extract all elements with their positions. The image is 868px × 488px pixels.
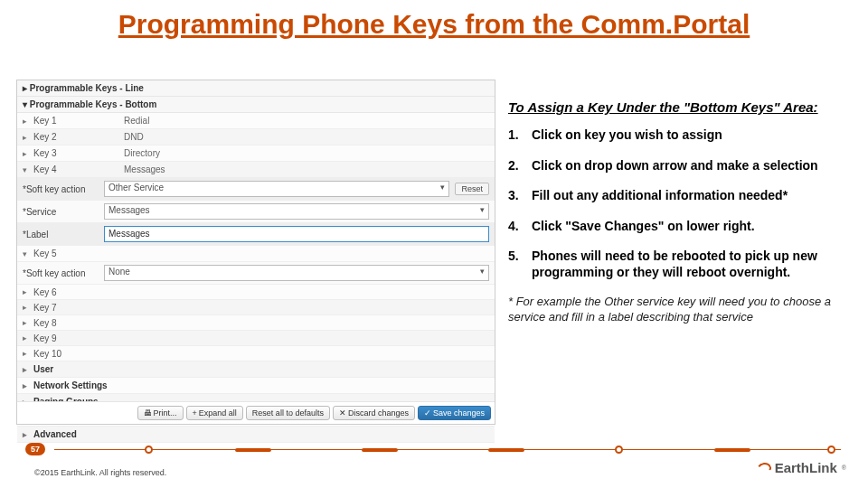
reset-button[interactable]: Reset bbox=[455, 183, 489, 195]
discard-changes-button[interactable]: ✕Discard changes bbox=[333, 406, 415, 420]
chevron-right-icon: ▸ bbox=[23, 149, 33, 158]
key5-row[interactable]: ▾Key 5 bbox=[17, 246, 495, 262]
step-text: Phones will need to be rebooted to pick … bbox=[532, 249, 852, 280]
chevron-right-icon: ▸ bbox=[23, 333, 33, 343]
plus-icon: + bbox=[193, 408, 197, 418]
chevron-right-icon: ▸ bbox=[23, 287, 33, 296]
select-value: Other Service bbox=[108, 183, 164, 192]
timeline-bar bbox=[714, 448, 750, 452]
footer-section[interactable]: ▸Advanced bbox=[17, 427, 495, 443]
close-icon: ✕ bbox=[339, 408, 346, 418]
logo-text: EarthLink bbox=[775, 460, 837, 475]
service-row: *Service Messages bbox=[17, 201, 495, 223]
btn-label: Reset all to defaults bbox=[252, 408, 324, 418]
label-input[interactable]: Messages bbox=[104, 226, 489, 242]
slide-title: Programming Phone Keys from the Comm.Por… bbox=[0, 9, 868, 40]
expand-all-button[interactable]: +Expand all bbox=[186, 406, 243, 420]
label-row: *Label Messages bbox=[17, 223, 495, 246]
instruction-step: 2.Click on drop down arrow and make a se… bbox=[508, 158, 852, 174]
key-label: Key 1 bbox=[33, 116, 124, 126]
chevron-down-icon: ▾ bbox=[23, 249, 33, 258]
instructions-panel: To Assign a Key Under the "Bottom Keys" … bbox=[508, 99, 852, 325]
key-row[interactable]: ▸Key 2DND bbox=[17, 129, 495, 145]
key-label: Key 10 bbox=[33, 349, 124, 359]
check-icon: ✓ bbox=[424, 408, 431, 418]
step-text: Click on drop down arrow and make a sele… bbox=[532, 158, 852, 174]
step-number: 5. bbox=[508, 249, 532, 280]
print-icon: 🖶 bbox=[144, 408, 152, 418]
timeline-bar bbox=[488, 448, 524, 452]
timeline-bar bbox=[235, 448, 271, 452]
step-number: 1. bbox=[508, 127, 532, 144]
step-number: 3. bbox=[508, 188, 532, 204]
key5-softkey-select[interactable]: None bbox=[104, 265, 489, 281]
key-label: Key 4 bbox=[33, 164, 124, 174]
key-row[interactable]: ▸Key 3Directory bbox=[17, 145, 495, 162]
step-number: 4. bbox=[508, 219, 532, 235]
section-bottom-label: Programmable Keys - Bottom bbox=[30, 99, 157, 109]
chevron-right-icon: ▸ bbox=[23, 318, 33, 327]
copyright-text: ©2015 EarthLink. All rights reserved. bbox=[34, 468, 166, 477]
btn-label: Print... bbox=[154, 408, 177, 418]
section-line[interactable]: ▸ Programmable Keys - Line bbox=[17, 80, 495, 97]
instructions-footnote: * For example the Other service key will… bbox=[508, 295, 852, 325]
step-text: Fill out any additional information need… bbox=[532, 188, 852, 204]
step-text: Click on key you wish to assign bbox=[532, 127, 852, 144]
reset-defaults-button[interactable]: Reset all to defaults bbox=[246, 406, 330, 420]
instructions-heading: To Assign a Key Under the "Bottom Keys" … bbox=[508, 99, 852, 115]
key-value: Directory bbox=[124, 148, 489, 158]
select-value: Messages bbox=[108, 205, 150, 215]
footer-section[interactable]: ▸Network Settings bbox=[17, 378, 495, 394]
chevron-right-icon: ▸ bbox=[23, 303, 33, 312]
key-row[interactable]: ▸Key 1Redial bbox=[17, 113, 495, 129]
key-label: Key 6 bbox=[33, 287, 124, 297]
earthlink-logo: EarthLink ® bbox=[757, 460, 846, 475]
footer-dots bbox=[54, 445, 841, 455]
field-label: *Label bbox=[23, 230, 104, 239]
page-number-badge: 57 bbox=[25, 443, 45, 455]
chevron-right-icon: ▸ bbox=[23, 133, 33, 142]
step-number: 2. bbox=[508, 158, 532, 174]
footer-section[interactable]: ▸User bbox=[17, 361, 495, 378]
print-button[interactable]: 🖶Print... bbox=[137, 406, 184, 420]
key-label: Key 5 bbox=[33, 249, 124, 258]
field-label: *Soft key action bbox=[23, 184, 104, 194]
commportal-screenshot: ▸ Programmable Keys - Line ▾ Programmabl… bbox=[16, 80, 495, 425]
section-line-label: Programmable Keys - Line bbox=[30, 83, 144, 93]
btn-label: Discard changes bbox=[348, 408, 409, 418]
timeline-dot bbox=[827, 446, 835, 454]
key-row[interactable]: ▸Key 6 bbox=[17, 285, 495, 300]
softkey-action-row: *Soft key action Other Service Reset bbox=[17, 178, 495, 201]
section-bottom[interactable]: ▾ Programmable Keys - Bottom bbox=[17, 97, 495, 113]
key-row[interactable]: ▸Key 10 bbox=[17, 346, 495, 361]
logo-trademark: ® bbox=[842, 465, 846, 471]
key-row[interactable]: ▸Key 9 bbox=[17, 331, 495, 346]
btn-label: Save changes bbox=[433, 408, 485, 418]
instructions-list: 1.Click on key you wish to assign 2.Clic… bbox=[508, 127, 852, 280]
key-value: Messages bbox=[124, 164, 489, 174]
save-changes-button[interactable]: ✓Save changes bbox=[418, 406, 491, 420]
chevron-right-icon: ▸ bbox=[23, 83, 27, 93]
chevron-right-icon: ▸ bbox=[23, 381, 33, 390]
logo-swirl-icon bbox=[755, 461, 772, 475]
instruction-step: 5.Phones will need to be rebooted to pic… bbox=[508, 249, 852, 280]
select-value: None bbox=[108, 267, 130, 277]
btn-label: Expand all bbox=[199, 408, 237, 418]
key-value: DND bbox=[124, 132, 489, 142]
instruction-step: 3.Fill out any additional information ne… bbox=[508, 188, 852, 204]
service-select[interactable]: Messages bbox=[104, 203, 489, 220]
instruction-step: 1.Click on key you wish to assign bbox=[508, 127, 852, 144]
key-row[interactable]: ▸Key 7 bbox=[17, 300, 495, 315]
key-label: Key 7 bbox=[33, 303, 124, 313]
chevron-right-icon: ▸ bbox=[23, 349, 33, 358]
chevron-right-icon: ▸ bbox=[23, 117, 33, 126]
field-label: *Service bbox=[23, 207, 104, 217]
key-row-expanded[interactable]: ▾Key 4Messages bbox=[17, 162, 495, 178]
action-bar: 🖶Print... +Expand all Reset all to defau… bbox=[17, 401, 495, 424]
key-row[interactable]: ▸Key 8 bbox=[17, 315, 495, 331]
timeline-dot bbox=[615, 446, 623, 454]
softkey-action-select[interactable]: Other Service bbox=[104, 181, 449, 197]
key-value: Redial bbox=[124, 116, 489, 126]
step-text: Click "Save Changes" on lower right. bbox=[532, 219, 852, 235]
key-label: Key 2 bbox=[33, 132, 124, 142]
